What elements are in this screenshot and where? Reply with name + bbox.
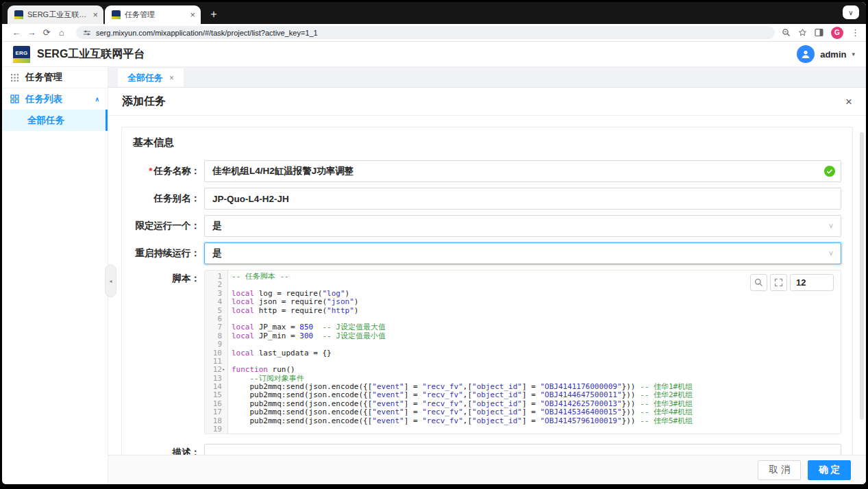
restart-run-select[interactable]: 是 — [204, 242, 841, 264]
sidebar: 任务管理 任务列表 ∧ 全部任务 — [2, 67, 108, 484]
sidebar-group-task-list[interactable]: 任务列表 ∧ — [2, 88, 108, 110]
task-name-label: *任务名称： — [133, 160, 204, 182]
sidebar-group-label: 任务列表 — [25, 93, 62, 105]
required-mark: * — [149, 166, 152, 176]
tab-close-icon[interactable]: × — [92, 10, 98, 19]
code-line[interactable] — [232, 425, 841, 434]
user-avatar-icon[interactable] — [797, 45, 815, 63]
page-tab-all-tasks[interactable]: 全部任务 × — [118, 68, 184, 87]
form-row-task-name: *任务名称： — [133, 160, 841, 182]
home-icon[interactable]: ⌂ — [54, 27, 69, 38]
chevron-down-icon: ∨ — [828, 221, 834, 230]
add-task-drawer: 添加任务 × 基本信息 *任务名称： — [108, 88, 866, 484]
description-textarea[interactable] — [204, 444, 841, 455]
editor-fullscreen-button[interactable] — [770, 274, 787, 291]
browser-tab-title: 任务管理 — [125, 10, 186, 20]
tab-search-button[interactable]: ∨ — [843, 5, 859, 19]
code-line[interactable]: local last_updata = {} — [232, 349, 841, 358]
sidebar-item-task-management[interactable]: 任务管理 — [2, 67, 108, 88]
tab-close-icon[interactable]: × — [190, 10, 195, 19]
form-row-script: 脚本： 123456789101112▾13141516171819 -- 任务… — [133, 270, 841, 434]
chevron-down-icon: ∨ — [828, 249, 834, 258]
confirm-button[interactable]: 确 定 — [808, 460, 851, 480]
app-body: 任务管理 任务列表 ∧ 全部任务 ◂ 全部任务 × — [2, 67, 866, 484]
valid-check-icon — [824, 166, 835, 177]
drawer-title: 添加任务 — [122, 95, 166, 109]
code-line[interactable]: pub2mmq:send(json.encode({["event"] = "r… — [232, 417, 841, 425]
task-alias-input[interactable] — [204, 188, 841, 210]
collapse-left-icon: ◂ — [109, 278, 112, 284]
browser-tabstrip: SERG工业互联网平台 × 任务管理 × + ∨ — [2, 2, 866, 24]
app-grid-icon — [10, 95, 19, 103]
basic-info-card: 基本信息 *任务名称： 任务别名： — [121, 127, 853, 455]
site-settings-icon[interactable] — [83, 29, 91, 37]
description-label: 描述： — [133, 444, 204, 455]
forward-icon[interactable]: → — [24, 27, 39, 38]
sidebar-item-all-tasks[interactable]: 全部任务 — [2, 110, 108, 131]
user-menu[interactable]: admin ▾ — [797, 45, 855, 63]
section-title: 基本信息 — [133, 136, 841, 149]
code-editor[interactable]: 123456789101112▾13141516171819 -- 任务脚本 -… — [204, 270, 841, 434]
code-line[interactable]: function run() — [232, 366, 841, 374]
code-line[interactable] — [232, 358, 841, 366]
code-editor-lines[interactable]: -- 任务脚本 -- local log = require("log")loc… — [228, 271, 841, 434]
more-menu-icon[interactable]: ⋮ — [851, 27, 858, 38]
form-row-restart-run: 重启持续运行： 是 ∨ — [133, 242, 841, 264]
address-bar[interactable]: serg.mixyun.com/mixapplication/#/task/pr… — [76, 26, 775, 39]
search-icon — [754, 278, 763, 287]
app-logo-text: ERG — [15, 50, 27, 56]
page-tabbar: 全部任务 × — [108, 67, 866, 88]
reload-icon[interactable]: ⟳ — [39, 27, 54, 38]
app-title: SERG工业互联网平台 — [37, 47, 145, 62]
drawer-scrollbar[interactable] — [860, 132, 864, 420]
cancel-button[interactable]: 取 消 — [758, 460, 801, 480]
sidebar-collapse-handle[interactable]: ◂ — [105, 264, 116, 297]
limit-one-select[interactable]: 是 — [204, 215, 841, 237]
bookmark-star-icon[interactable] — [798, 28, 807, 37]
grid-dots-icon — [10, 73, 19, 82]
browser-tab-task[interactable]: 任务管理 × — [105, 5, 201, 24]
app-header: ERG SERG工业互联网平台 admin ▾ — [2, 42, 866, 67]
back-icon[interactable]: ← — [9, 27, 24, 38]
zoom-icon[interactable] — [782, 28, 791, 37]
restart-run-value: 是 — [212, 247, 222, 260]
drawer-body: 基本信息 *任务名称： 任务别名： — [108, 116, 866, 455]
url-text[interactable]: serg.mixyun.com/mixapplication/#/task/pr… — [96, 29, 318, 37]
task-alias-label: 任务别名： — [133, 188, 204, 210]
drawer-header: 添加任务 × — [108, 88, 866, 116]
editor-gutter: 123456789101112▾13141516171819 — [205, 271, 228, 434]
code-line[interactable]: local http = require("http") — [232, 307, 841, 315]
favicon-erg — [14, 10, 23, 19]
browser-tab-title: SERG工业互联网平台 — [27, 10, 88, 20]
form-row-limit-one: 限定运行一个： 是 ∨ — [133, 215, 841, 237]
sidebar-subitem-label: 全部任务 — [27, 114, 64, 127]
restart-run-label: 重启持续运行： — [133, 242, 204, 264]
editor-font-size-input[interactable] — [790, 274, 834, 291]
page-tab-close-icon[interactable]: × — [169, 73, 174, 83]
app-logo: ERG — [13, 46, 30, 63]
editor-toolbar — [750, 274, 834, 291]
code-line[interactable]: local JP_min = 300 -- J设定值最小值 — [232, 332, 841, 340]
browser-tab-platform[interactable]: SERG工业互联网平台 × — [8, 5, 103, 24]
editor-search-button[interactable] — [750, 274, 767, 291]
browser-toolbar: ← → ⟳ ⌂ serg.mixyun.com/mixapplication/#… — [2, 24, 866, 42]
favicon-erg — [112, 10, 121, 19]
sidebar-item-label: 任务管理 — [25, 71, 62, 84]
user-name[interactable]: admin — [820, 49, 846, 60]
toolbar-right-cluster: G ⋮ — [782, 27, 859, 39]
fullscreen-icon — [774, 278, 783, 287]
new-tab-button[interactable]: + — [206, 8, 221, 21]
side-panel-icon[interactable] — [815, 28, 823, 37]
drawer-close-icon[interactable]: × — [845, 96, 852, 108]
browser-window: SERG工业互联网平台 × 任务管理 × + ∨ ← → ⟳ ⌂ serg.mi… — [2, 2, 866, 484]
chevron-up-icon[interactable]: ∧ — [95, 96, 99, 103]
drawer-footer: 取 消 确 定 — [108, 455, 866, 484]
form-row-task-alias: 任务别名： — [133, 188, 841, 210]
script-label: 脚本： — [133, 270, 204, 285]
profile-avatar[interactable]: G — [831, 27, 843, 39]
code-line[interactable]: -- 任务脚本 -- — [232, 273, 841, 281]
task-name-input[interactable] — [204, 160, 841, 182]
limit-one-label: 限定运行一个： — [133, 215, 204, 237]
user-caret-icon: ▾ — [852, 51, 855, 58]
main-content: 全部任务 × 添加任务 × 基本信息 *任务名称： — [108, 67, 866, 484]
